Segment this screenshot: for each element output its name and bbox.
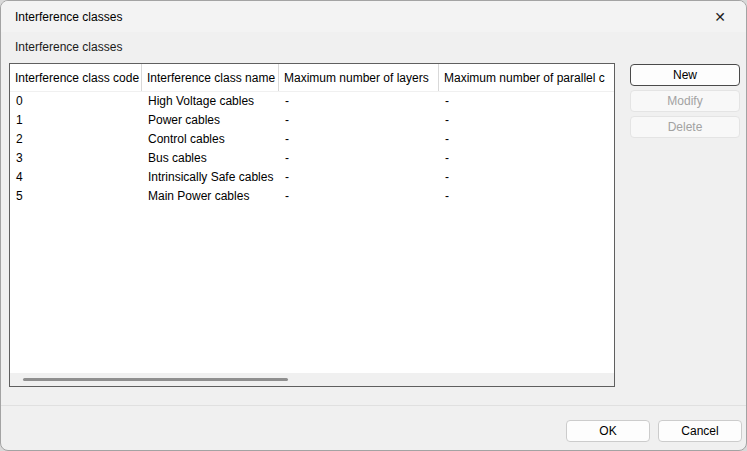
cancel-button[interactable]: Cancel (658, 420, 742, 442)
table-cell: 2 (10, 130, 142, 149)
ok-button[interactable]: OK (566, 420, 650, 442)
table-row[interactable]: 3 Bus cables - - (10, 149, 614, 168)
table-cell: 0 (10, 92, 142, 111)
table-cell: Power cables (142, 111, 279, 130)
table-cell: - (279, 111, 439, 130)
table-cell: - (439, 187, 449, 206)
column-header-code[interactable]: Interference class code (10, 64, 142, 91)
interference-classes-dialog: Interference classes ✕ Interference clas… (0, 0, 747, 451)
footer-divider (1, 405, 746, 406)
table-row[interactable]: 0 High Voltage cables - - (10, 92, 614, 111)
column-header-max-parallel[interactable]: Maximum number of parallel c (439, 64, 614, 91)
section-label: Interference classes (15, 40, 122, 54)
delete-button[interactable]: Delete (630, 116, 740, 138)
table-row[interactable]: 4 Intrinsically Safe cables - - (10, 168, 614, 187)
table-cell: Control cables (142, 130, 279, 149)
table-cell: Bus cables (142, 149, 279, 168)
table-cell: - (439, 111, 449, 130)
table-cell: 5 (10, 187, 142, 206)
table-cell: High Voltage cables (142, 92, 279, 111)
horizontal-scrollbar-track[interactable] (10, 373, 614, 386)
table-cell: 3 (10, 149, 142, 168)
table-cell: Intrinsically Safe cables (142, 168, 279, 187)
table-cell: - (279, 187, 439, 206)
table-row[interactable]: 5 Main Power cables - - (10, 187, 614, 206)
table-cell: - (439, 92, 449, 111)
interference-classes-table[interactable]: Interference class code Interference cla… (9, 63, 615, 387)
table-cell: - (439, 130, 449, 149)
table-row[interactable]: 2 Control cables - - (10, 130, 614, 149)
table-cell: - (279, 130, 439, 149)
table-row[interactable]: 1 Power cables - - (10, 111, 614, 130)
table-cell: - (439, 149, 449, 168)
modify-button[interactable]: Modify (630, 90, 740, 112)
new-button[interactable]: New (630, 64, 740, 86)
close-icon[interactable]: ✕ (700, 1, 740, 32)
table-cell: 1 (10, 111, 142, 130)
table-cell: - (279, 149, 439, 168)
titlebar[interactable]: Interference classes (1, 1, 746, 32)
table-cell: 4 (10, 168, 142, 187)
window-title: Interference classes (15, 10, 122, 24)
column-header-max-layers[interactable]: Maximum number of layers (279, 64, 439, 91)
table-header-row: Interference class code Interference cla… (10, 64, 614, 92)
table-cell: - (279, 168, 439, 187)
horizontal-scrollbar-thumb[interactable] (23, 378, 288, 381)
table-cell: Main Power cables (142, 187, 279, 206)
column-header-name[interactable]: Interference class name (142, 64, 279, 91)
table-cell: - (279, 92, 439, 111)
table-cell: - (439, 168, 449, 187)
